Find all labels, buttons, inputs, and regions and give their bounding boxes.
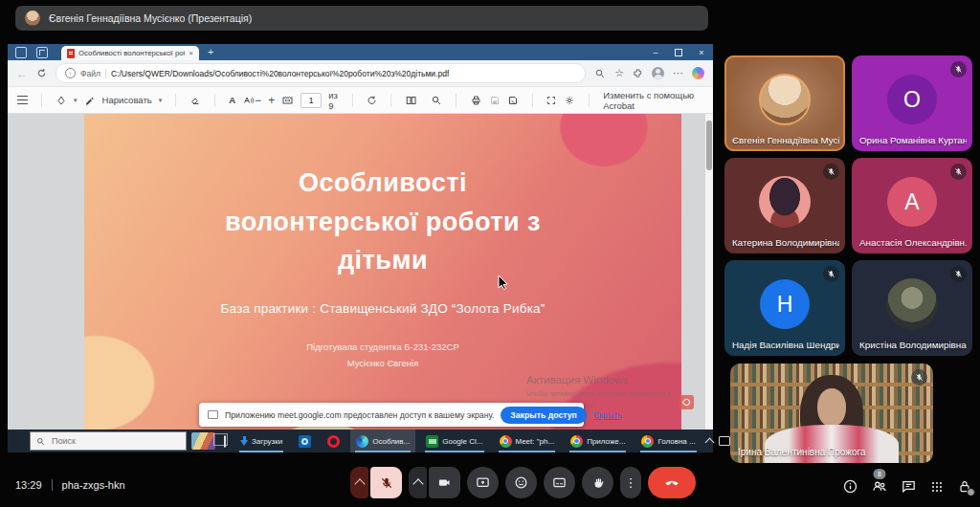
new-tab-button[interactable]: + — [208, 47, 213, 57]
meeting-code: pha-zxgs-hkn — [62, 479, 125, 491]
taskbar-item-classroom[interactable]: Google Cl... — [420, 430, 488, 452]
windows-taskbar: Загрузки Особлив... Google Cl... Meet: "… — [8, 430, 713, 452]
mic-options-chevron[interactable] — [350, 467, 368, 498]
print-icon[interactable] — [470, 95, 482, 106]
browser-tab[interactable]: Особливості волонтерської роб × — [61, 46, 199, 60]
captions-button[interactable] — [544, 467, 575, 498]
pen-caret-icon[interactable]: ▾ — [74, 97, 78, 104]
host-controls-lock-icon[interactable] — [957, 479, 972, 495]
raise-hand-button[interactable] — [582, 467, 613, 498]
zoom-out-icon[interactable]: − — [255, 94, 261, 107]
tab-actions-icon[interactable] — [15, 47, 27, 58]
maximize-button[interactable] — [667, 44, 690, 60]
outlook-icon — [299, 435, 311, 448]
present-screen-button[interactable] — [467, 467, 499, 498]
tray-laptop-icon[interactable] — [719, 436, 730, 446]
acrobat-fab-icon[interactable] — [679, 395, 694, 409]
minimize-button[interactable]: – — [644, 44, 667, 60]
participant-tile[interactable]: Н Надія Василівна Шендрик — [724, 260, 845, 356]
participant-photo-avatar — [759, 176, 811, 228]
rotate-icon[interactable] — [366, 95, 377, 106]
pen-tool-icon[interactable] — [56, 95, 67, 106]
pdf-scrollbar[interactable] — [705, 114, 713, 430]
participant-tile[interactable]: Євгенія Геннадіївна Мусі... — [724, 55, 845, 151]
pdf-search-icon[interactable] — [431, 95, 442, 106]
draw-caret-icon[interactable]: ▾ — [159, 97, 163, 104]
save-icon[interactable] — [489, 95, 501, 106]
add-text-icon[interactable]: A — [229, 95, 235, 105]
pdf-settings-gear-icon[interactable] — [564, 95, 575, 106]
reactions-button[interactable] — [505, 467, 537, 498]
notice-message: Приложению meet.google.com предоставлен … — [225, 410, 494, 420]
draw-button[interactable]: Нарисовать — [102, 95, 152, 105]
extensions-icon[interactable] — [633, 68, 643, 78]
widgets-weather-icon[interactable] — [191, 432, 215, 450]
camera-button[interactable] — [429, 467, 460, 498]
scrollbar-thumb[interactable] — [706, 121, 712, 170]
presenter-banner: Євгенія Геннадіївна Мусієнко (Презентаці… — [15, 6, 708, 31]
downloads-icon — [240, 440, 248, 446]
meeting-details-icon[interactable] — [842, 478, 858, 495]
presenter-avatar — [25, 11, 40, 26]
taskbar-item-downloads[interactable]: Загрузки — [234, 430, 288, 452]
people-icon[interactable]: 8 — [871, 478, 888, 495]
taskbar-search-input[interactable] — [50, 435, 159, 447]
taskbar-item-meet[interactable]: Meet: "ph... — [494, 430, 561, 452]
draw-icon[interactable] — [84, 95, 96, 106]
tab-close-icon[interactable]: × — [189, 49, 193, 57]
slide-subtitle: База практики : Ставищенський ЗДО “Золот… — [84, 301, 681, 316]
activities-grid-icon[interactable] — [929, 479, 945, 495]
save-as-icon[interactable] — [507, 95, 519, 106]
zoom-in-icon[interactable]: + — [268, 94, 275, 107]
participant-tile[interactable]: О Орина Романівна Куртан... — [852, 55, 972, 151]
url-field[interactable]: i Файл C:/Users/QWER/Downloads/Особливос… — [56, 63, 586, 83]
eraser-icon[interactable] — [189, 95, 201, 106]
window-controls: – × — [644, 44, 713, 60]
workspaces-icon[interactable] — [36, 47, 48, 58]
fullscreen-icon[interactable] — [546, 95, 557, 106]
back-icon[interactable]: ← — [16, 68, 28, 79]
browser-menu-icon[interactable]: ⋯ — [673, 67, 683, 79]
taskbar-item-app[interactable]: Приложе... — [565, 430, 631, 452]
mic-muted-button[interactable] — [370, 467, 402, 498]
taskbar-item-edge[interactable]: Особлив... — [350, 430, 415, 452]
hide-notice-link[interactable]: Скрыть — [593, 410, 622, 420]
copilot-icon[interactable] — [692, 67, 704, 79]
close-button[interactable]: × — [690, 44, 713, 60]
participant-initial-avatar: А — [887, 177, 937, 227]
mic-muted-icon — [950, 164, 967, 180]
end-call-button[interactable] — [648, 467, 696, 498]
stop-sharing-button[interactable]: Закрыть доступ — [501, 407, 586, 424]
fit-width-icon[interactable] — [281, 95, 294, 106]
chat-icon[interactable] — [901, 478, 917, 495]
profile-avatar-icon[interactable] — [652, 67, 664, 79]
taskbar-search[interactable] — [30, 431, 187, 451]
search-icon[interactable] — [594, 68, 606, 79]
read-aloud-icon[interactable] — [242, 95, 255, 106]
participant-tile[interactable]: А Анастасія Олександрівн... — [852, 158, 972, 254]
participant-name: Ірина Валентинівна Прожога — [738, 447, 865, 457]
page-number-input[interactable] — [301, 93, 322, 108]
participant-name: Анастасія Олександрівн... — [859, 237, 967, 248]
reload-icon[interactable] — [36, 68, 47, 78]
host-controls-badge — [967, 488, 975, 496]
more-options-button[interactable]: ⋮ — [620, 467, 641, 498]
camera-options-chevron[interactable] — [409, 467, 427, 498]
acrobat-edit-button[interactable]: Изменить с помощью Acrobat — [603, 90, 703, 111]
chrome-icon — [641, 435, 654, 448]
mic-control-group — [350, 467, 402, 498]
favorites-star-icon[interactable]: ☆ — [614, 67, 624, 79]
taskbar-item-outlook[interactable] — [293, 430, 317, 452]
taskbar-item-home[interactable]: Головна ... — [635, 430, 701, 452]
page-info-icon[interactable]: i — [65, 68, 76, 78]
camera-video-tile[interactable]: Ірина Валентинівна Прожога — [730, 364, 933, 463]
url-separator — [105, 69, 106, 78]
tray-expand-icon[interactable] — [704, 438, 714, 448]
participant-tile[interactable]: Кристіна Володимирівна ... — [852, 260, 972, 356]
page-view-icon[interactable] — [405, 95, 417, 106]
participant-tile[interactable]: Катерина Володимирівна... — [724, 158, 845, 254]
toc-icon[interactable] — [17, 96, 28, 104]
task-view-icon[interactable] — [224, 435, 226, 448]
participant-initial-avatar: Н — [760, 279, 810, 329]
taskbar-item-opera[interactable] — [322, 430, 345, 452]
